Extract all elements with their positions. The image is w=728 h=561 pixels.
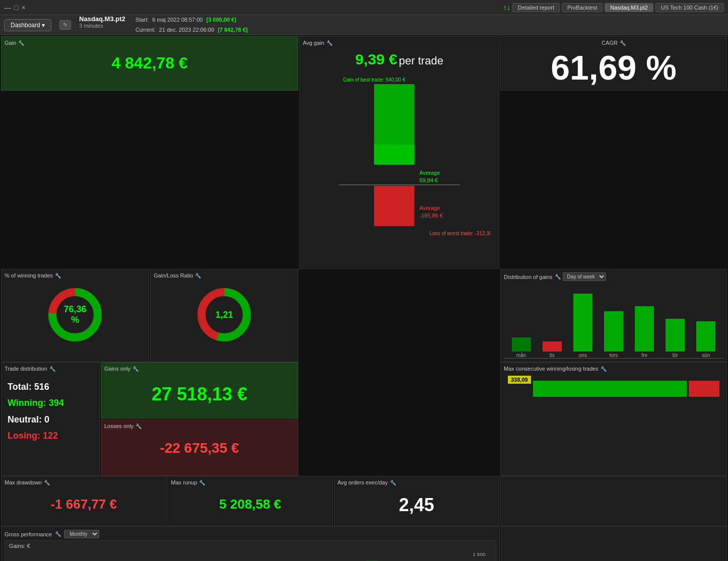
trade-distribution-panel: Trade distribution 🔧 Total: 516 Winning:… (1, 362, 100, 476)
tab-probacktest[interactable]: ProBacktest (562, 3, 603, 12)
gain-value: 4 842,78 € (5, 48, 295, 76)
dist-bar-mon: mån (512, 337, 531, 358)
gains-only-title: Gains only 🔧 (104, 366, 295, 372)
distribution-dropdown[interactable]: Day of week (563, 272, 606, 281)
gain-loss-donut: 1,21 (194, 285, 254, 345)
svg-text:Average: Average (420, 170, 440, 176)
navbar-interval: 3 minutes (79, 23, 125, 29)
avg-orders-wrench[interactable]: 🔧 (390, 480, 396, 485)
minimize-button[interactable]: — (4, 4, 11, 12)
gain-wrench[interactable]: 🔧 (18, 40, 24, 46)
dist-bar-sun: sön (696, 321, 715, 358)
gross-perf-svg: 1 500 1 000 500 0 −500 −1 000 Gains: € (5, 541, 496, 561)
monthly-dropdown[interactable]: Monthly (64, 530, 99, 538)
dist-bar-sun-bar (696, 321, 715, 352)
avg-gain-wrench[interactable]: 🔧 (326, 40, 333, 46)
window-controls: — □ × (4, 4, 26, 12)
titlebar: — □ × ↑↓ Detailed report ProBacktest Nas… (0, 0, 728, 15)
trade-losing: Losing: 122 (8, 428, 93, 444)
gains-only-value: 27 518,13 € (104, 374, 295, 415)
consec-label: 338,09 (508, 376, 531, 384)
start-value: [3 000,00 €] (207, 17, 236, 23)
tab-us-tech[interactable]: US Tech 100 Cash (1€) (655, 3, 724, 12)
trade-dist-wrench[interactable]: 🔧 (49, 366, 55, 372)
losses-only-wrench[interactable]: 🔧 (136, 424, 142, 429)
winning-trades-wrench[interactable]: 🔧 (55, 273, 61, 278)
row2: % of winning trades 🔧 76,36 % Ga (0, 269, 728, 362)
signal-icon: ↑↓ (503, 4, 510, 12)
navbar-start: Start: 6 maj 2022 08:57:00 [3 000,00 €] (136, 15, 248, 25)
navbar-symbol: Nasdaq.M3.pt2 (79, 15, 125, 23)
dist-label-mon: mån (516, 353, 526, 358)
consec-red-bar (689, 381, 719, 397)
distribution-wrench[interactable]: 🔧 (555, 274, 561, 279)
dist-label-sat: lör (673, 353, 678, 358)
start-label: Start: (136, 17, 149, 23)
gains-only-wrench[interactable]: 🔧 (133, 366, 139, 372)
svg-text:-185,86 €: -185,86 € (420, 213, 443, 219)
avg-gain-value: 9,39 € per trade (303, 48, 496, 74)
avg-gain-spacer2 (299, 362, 499, 476)
max-runup-wrench[interactable]: 🔧 (199, 480, 205, 485)
dashboard-button[interactable]: Dashboard ▾ (4, 19, 51, 31)
tab-detailed-report[interactable]: Detailed report (512, 3, 560, 12)
svg-text:69,84 €: 69,84 € (420, 177, 438, 183)
dist-label-fri: fre (641, 353, 647, 358)
winning-donut-container: 76,36 % (5, 280, 146, 349)
max-runup-title: Max runup 🔧 (171, 479, 329, 485)
avg-gain-chart: Loss of worst trade: -312,30 € Average 6… (303, 74, 496, 265)
current-value: [7 842,78 €] (218, 27, 247, 33)
trade-neutral: Neutral: 0 (8, 411, 93, 428)
close-button[interactable]: × (21, 4, 25, 12)
avg-gain-title: Avg gain 🔧 (303, 40, 496, 46)
gain-loss-wrench[interactable]: 🔧 (195, 273, 201, 278)
dist-label-wed: ons (579, 353, 587, 358)
gain-loss-title: Gain/Loss Ratio 🔧 (154, 272, 295, 278)
svg-rect-3 (374, 186, 415, 226)
cagr-panel: CAGR 🔧 61,69 % (500, 36, 727, 91)
consec-bar-row: 338,09 (508, 380, 719, 398)
maximize-button[interactable]: □ (14, 4, 18, 12)
current-label: Current: (136, 27, 156, 33)
navbar-edit-icon[interactable]: ✎ (59, 20, 71, 30)
dist-bar-tue-bar (543, 341, 562, 352)
gross-perf-wrench[interactable]: 🔧 (55, 531, 61, 537)
dist-bar-tue: tis (543, 341, 562, 358)
avg-gain-svg: Loss of worst trade: -312,30 € Average 6… (308, 74, 491, 265)
dist-label-thu: tors (610, 353, 618, 358)
gains-losses-stack: Gains only 🔧 27 518,13 € Losses only 🔧 -… (101, 362, 298, 476)
row5: Gross performance 🔧 Monthly 1 500 1 000 … (0, 526, 728, 561)
dist-bars: mån tis ons tors fre (504, 283, 723, 359)
max-consec-bars: 338,09 (504, 374, 723, 398)
dist-bar-sat-bar (666, 319, 685, 352)
dist-bar-fri-bar (635, 306, 654, 352)
gain-loss-donut-container: 1,21 (154, 280, 295, 349)
max-drawdown-wrench[interactable]: 🔧 (44, 480, 50, 485)
trade-winning: Winning: 394 (8, 395, 93, 411)
losses-only-value: -22 675,35 € (104, 431, 295, 465)
max-drawdown-title: Max drawdown 🔧 (5, 479, 163, 485)
gross-performance-chart: 1 500 1 000 500 0 −500 −1 000 Gains: € (5, 540, 496, 561)
cagr-title: CAGR 🔧 (602, 40, 626, 46)
donut-row: % of winning trades 🔧 76,36 % Ga (1, 269, 298, 362)
row4: Max drawdown 🔧 -1 667,77 € Max runup 🔧 5… (0, 476, 728, 526)
max-consec-wrench[interactable]: 🔧 (601, 366, 607, 372)
gain-loss-panel: Gain/Loss Ratio 🔧 1,21 (150, 269, 298, 362)
cagr-wrench[interactable]: 🔧 (620, 40, 626, 46)
dist-bar-sat: lör (666, 319, 685, 358)
max-consecutive-panel: Max consecutive winning/losing trades 🔧 … (500, 362, 727, 476)
row5-right (501, 526, 727, 561)
navbar-dates: Start: 6 maj 2022 08:57:00 [3 000,00 €] … (136, 15, 248, 35)
row4-right (500, 476, 727, 526)
avg-gain-spacer (299, 269, 499, 362)
max-consec-title: Max consecutive winning/losing trades 🔧 (504, 366, 723, 372)
tab-nasdaq[interactable]: Nasdaq.M3.pt2 (605, 3, 653, 12)
navbar-symbol-info: Nasdaq.M3.pt2 3 minutes (79, 15, 125, 35)
avg-gain-panel: Avg gain 🔧 9,39 € per trade (299, 36, 499, 269)
row3: Trade distribution 🔧 Total: 516 Winning:… (0, 362, 728, 476)
dist-bar-mon-bar (512, 337, 531, 352)
winning-donut-label: 76,36 % (60, 304, 90, 325)
svg-text:Loss of worst trade: -312,30 €: Loss of worst trade: -312,30 € (430, 231, 491, 236)
avg-orders-title: Avg orders exec/day 🔧 (338, 479, 496, 485)
winning-trades-title: % of winning trades 🔧 (5, 272, 146, 278)
